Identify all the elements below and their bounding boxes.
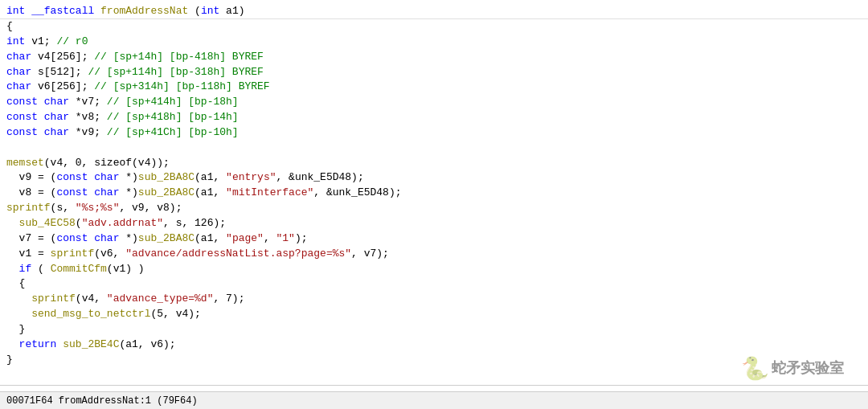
function-params: (int a1) bbox=[194, 5, 244, 17]
status-bar: 00071F64 fromAddressNat:1 (79F64) bbox=[0, 391, 868, 409]
watermark: 🐍 蛇矛实验室 bbox=[741, 355, 844, 381]
code-line: { bbox=[0, 276, 868, 292]
calling-convention: __fastcall bbox=[31, 5, 100, 17]
code-line: int v1; // r0 bbox=[0, 35, 868, 50]
code-line: const char *v9; // [sp+41Ch] [bp-10h] bbox=[0, 125, 868, 141]
code-line: char v6[256]; // [sp+314h] [bp-118h] BYR… bbox=[0, 80, 868, 95]
code-line: sprintf(v4, "advance_type=%d", 7); bbox=[0, 292, 868, 307]
watermark-text: 蛇矛实验室 bbox=[772, 358, 844, 378]
code-line: } bbox=[0, 353, 868, 368]
code-line: char v4[256]; // [sp+14h] [bp-418h] BYRE… bbox=[0, 50, 868, 65]
code-line bbox=[0, 141, 868, 156]
code-line: const char *v7; // [sp+414h] [bp-18h] bbox=[0, 95, 868, 110]
code-line: { bbox=[0, 19, 868, 35]
code-line: memset(v4, 0, sizeof(v4)); bbox=[0, 156, 868, 171]
code-line: v8 = (const char *)sub_2BA8C(a1, "mitInt… bbox=[0, 186, 868, 201]
code-line: sprintf(s, "%s;%s", v9, v8); bbox=[0, 201, 868, 216]
code-area: int __fastcall fromAddressNat (int a1) {… bbox=[0, 0, 868, 386]
return-type: int bbox=[6, 5, 25, 17]
function-header: int __fastcall fromAddressNat (int a1) bbox=[0, 3, 868, 19]
code-line: const char *v8; // [sp+418h] [bp-14h] bbox=[0, 110, 868, 125]
code-line: char s[512]; // [sp+114h] [bp-318h] BYRE… bbox=[0, 65, 868, 80]
function-name: fromAddressNat bbox=[100, 5, 188, 17]
code-line: v9 = (const char *)sub_2BA8C(a1, "entrys… bbox=[0, 170, 868, 186]
watermark-icon: 🐍 bbox=[741, 355, 767, 381]
code-line: return sub_2BE4C(a1, v6); bbox=[0, 337, 868, 353]
code-lines: {int v1; // r0char v4[256]; // [sp+14h] … bbox=[0, 19, 868, 367]
code-line: v7 = (const char *)sub_2BA8C(a1, "page",… bbox=[0, 231, 868, 247]
code-line: } bbox=[0, 322, 868, 337]
code-line: v1 = sprintf(v6, "advance/addressNatList… bbox=[0, 247, 868, 262]
code-line: sub_4EC58("adv.addrnat", s, 126); bbox=[0, 216, 868, 231]
code-line: send_msg_to_netctrl(5, v4); bbox=[0, 307, 868, 322]
code-line: if ( CommitCfm(v1) ) bbox=[0, 262, 868, 277]
status-text: 00071F64 fromAddressNat:1 (79F64) bbox=[6, 395, 198, 407]
